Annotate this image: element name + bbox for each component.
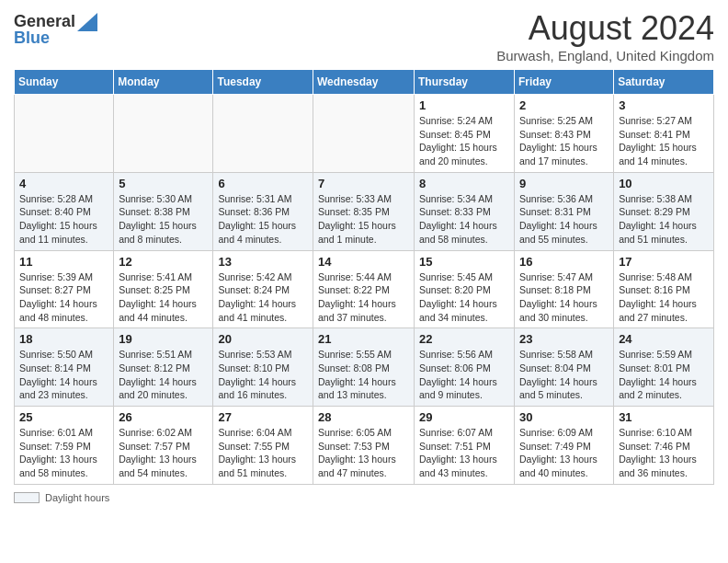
day-info: Sunrise: 5:30 AM Sunset: 8:38 PM Dayligh… [119,192,208,247]
calendar-cell: 16Sunrise: 5:47 AM Sunset: 8:18 PM Dayli… [515,250,614,328]
calendar-cell: 28Sunrise: 6:05 AM Sunset: 7:53 PM Dayli… [313,407,415,485]
day-number: 21 [318,332,409,346]
calendar-cell: 11Sunrise: 5:39 AM Sunset: 8:27 PM Dayli… [15,250,114,328]
calendar-cell: 4Sunrise: 5:28 AM Sunset: 8:40 PM Daylig… [15,172,114,250]
calendar-cell: 6Sunrise: 5:31 AM Sunset: 8:36 PM Daylig… [213,172,313,250]
day-info: Sunrise: 6:05 AM Sunset: 7:53 PM Dayligh… [318,426,409,480]
calendar-cell: 30Sunrise: 6:09 AM Sunset: 7:49 PM Dayli… [515,407,614,485]
calendar-cell: 25Sunrise: 6:01 AM Sunset: 7:59 PM Dayli… [15,407,114,485]
calendar-cell: 26Sunrise: 6:02 AM Sunset: 7:57 PM Dayli… [114,407,213,485]
week-row-1: 1Sunrise: 5:24 AM Sunset: 8:45 PM Daylig… [15,95,714,173]
column-header-friday: Friday [515,70,614,95]
day-number: 16 [519,255,609,269]
week-row-4: 18Sunrise: 5:50 AM Sunset: 8:14 PM Dayli… [15,328,714,407]
location-subtitle: Burwash, England, United Kingdom [496,48,714,63]
day-info: Sunrise: 5:45 AM Sunset: 8:20 PM Dayligh… [419,270,509,325]
day-number: 8 [419,177,509,190]
calendar-cell: 20Sunrise: 5:53 AM Sunset: 8:10 PM Dayli… [213,328,313,407]
calendar-cell: 31Sunrise: 6:10 AM Sunset: 7:46 PM Dayli… [614,407,714,485]
day-info: Sunrise: 5:58 AM Sunset: 8:04 PM Dayligh… [519,348,609,402]
calendar-cell: 8Sunrise: 5:34 AM Sunset: 8:33 PM Daylig… [415,172,515,250]
day-number: 18 [19,332,108,346]
day-number: 6 [218,177,308,190]
day-info: Sunrise: 5:55 AM Sunset: 8:08 PM Dayligh… [318,348,409,402]
day-info: Sunrise: 5:42 AM Sunset: 8:24 PM Dayligh… [218,270,308,325]
calendar-cell: 13Sunrise: 5:42 AM Sunset: 8:24 PM Dayli… [213,250,313,328]
day-info: Sunrise: 6:01 AM Sunset: 7:59 PM Dayligh… [19,426,108,480]
logo-blue-text: Blue [14,29,97,48]
day-number: 27 [218,410,308,424]
calendar-cell: 3Sunrise: 5:27 AM Sunset: 8:41 PM Daylig… [614,95,714,173]
day-number: 7 [318,177,409,190]
daylight-label: Daylight hours [45,492,109,503]
day-number: 24 [619,332,709,346]
day-number: 1 [419,98,509,112]
day-info: Sunrise: 5:25 AM Sunset: 8:43 PM Dayligh… [519,114,609,168]
calendar-cell: 14Sunrise: 5:44 AM Sunset: 8:22 PM Dayli… [313,250,415,328]
day-info: Sunrise: 5:34 AM Sunset: 8:33 PM Dayligh… [419,192,509,247]
calendar-cell: 10Sunrise: 5:38 AM Sunset: 8:29 PM Dayli… [614,172,714,250]
day-number: 11 [19,255,108,269]
column-header-monday: Monday [114,70,213,95]
day-number: 15 [419,255,509,269]
calendar-cell: 17Sunrise: 5:48 AM Sunset: 8:16 PM Dayli… [614,250,714,328]
day-number: 13 [218,255,308,269]
calendar-cell: 18Sunrise: 5:50 AM Sunset: 8:14 PM Dayli… [15,328,114,407]
day-info: Sunrise: 5:48 AM Sunset: 8:16 PM Dayligh… [619,270,709,325]
calendar-cell: 2Sunrise: 5:25 AM Sunset: 8:43 PM Daylig… [515,95,614,173]
day-number: 25 [19,410,108,424]
calendar-cell: 12Sunrise: 5:41 AM Sunset: 8:25 PM Dayli… [114,250,213,328]
day-number: 20 [218,332,308,346]
day-info: Sunrise: 5:24 AM Sunset: 8:45 PM Dayligh… [419,114,509,168]
day-number: 3 [619,98,709,112]
day-number: 31 [619,410,709,424]
column-header-wednesday: Wednesday [313,70,415,95]
day-info: Sunrise: 5:31 AM Sunset: 8:36 PM Dayligh… [218,192,308,247]
day-number: 2 [519,98,609,112]
calendar-header-row: SundayMondayTuesdayWednesdayThursdayFrid… [15,70,714,95]
day-info: Sunrise: 5:56 AM Sunset: 8:06 PM Dayligh… [419,348,509,402]
day-number: 30 [519,410,609,424]
calendar-cell [114,95,213,173]
calendar-cell: 19Sunrise: 5:51 AM Sunset: 8:12 PM Dayli… [114,328,213,407]
calendar-cell: 22Sunrise: 5:56 AM Sunset: 8:06 PM Dayli… [415,328,515,407]
column-header-saturday: Saturday [614,70,714,95]
logo: General Blue [14,9,97,48]
calendar-cell: 21Sunrise: 5:55 AM Sunset: 8:08 PM Dayli… [313,328,415,407]
day-number: 12 [119,255,208,269]
column-header-thursday: Thursday [415,70,515,95]
daylight-legend-box [14,492,40,503]
day-info: Sunrise: 5:39 AM Sunset: 8:27 PM Dayligh… [19,270,108,325]
calendar-cell: 9Sunrise: 5:36 AM Sunset: 8:31 PM Daylig… [515,172,614,250]
logo-triangle-icon [77,13,97,31]
calendar-cell: 23Sunrise: 5:58 AM Sunset: 8:04 PM Dayli… [515,328,614,407]
day-info: Sunrise: 5:51 AM Sunset: 8:12 PM Dayligh… [119,348,208,402]
day-info: Sunrise: 5:38 AM Sunset: 8:29 PM Dayligh… [619,192,709,247]
svg-marker-0 [77,13,97,31]
column-header-tuesday: Tuesday [213,70,313,95]
day-number: 4 [19,177,108,190]
calendar-cell: 27Sunrise: 6:04 AM Sunset: 7:55 PM Dayli… [213,407,313,485]
day-info: Sunrise: 6:07 AM Sunset: 7:51 PM Dayligh… [419,426,509,480]
day-info: Sunrise: 6:10 AM Sunset: 7:46 PM Dayligh… [619,426,709,480]
calendar-cell: 24Sunrise: 5:59 AM Sunset: 8:01 PM Dayli… [614,328,714,407]
column-header-sunday: Sunday [15,70,114,95]
calendar-table: SundayMondayTuesdayWednesdayThursdayFrid… [14,69,714,485]
day-number: 29 [419,410,509,424]
day-info: Sunrise: 5:41 AM Sunset: 8:25 PM Dayligh… [119,270,208,325]
day-number: 10 [619,177,709,190]
day-info: Sunrise: 5:28 AM Sunset: 8:40 PM Dayligh… [19,192,108,247]
day-info: Sunrise: 5:50 AM Sunset: 8:14 PM Dayligh… [19,348,108,402]
day-info: Sunrise: 6:09 AM Sunset: 7:49 PM Dayligh… [519,426,609,480]
day-info: Sunrise: 6:04 AM Sunset: 7:55 PM Dayligh… [218,426,308,480]
title-area: August 2024 Burwash, England, United Kin… [496,9,714,63]
week-row-5: 25Sunrise: 6:01 AM Sunset: 7:59 PM Dayli… [15,407,714,485]
footer: Daylight hours [14,492,714,503]
day-info: Sunrise: 5:27 AM Sunset: 8:41 PM Dayligh… [619,114,709,168]
day-number: 17 [619,255,709,269]
day-number: 9 [519,177,609,190]
day-info: Sunrise: 5:59 AM Sunset: 8:01 PM Dayligh… [619,348,709,402]
calendar-cell: 15Sunrise: 5:45 AM Sunset: 8:20 PM Dayli… [415,250,515,328]
calendar-cell: 29Sunrise: 6:07 AM Sunset: 7:51 PM Dayli… [415,407,515,485]
week-row-2: 4Sunrise: 5:28 AM Sunset: 8:40 PM Daylig… [15,172,714,250]
